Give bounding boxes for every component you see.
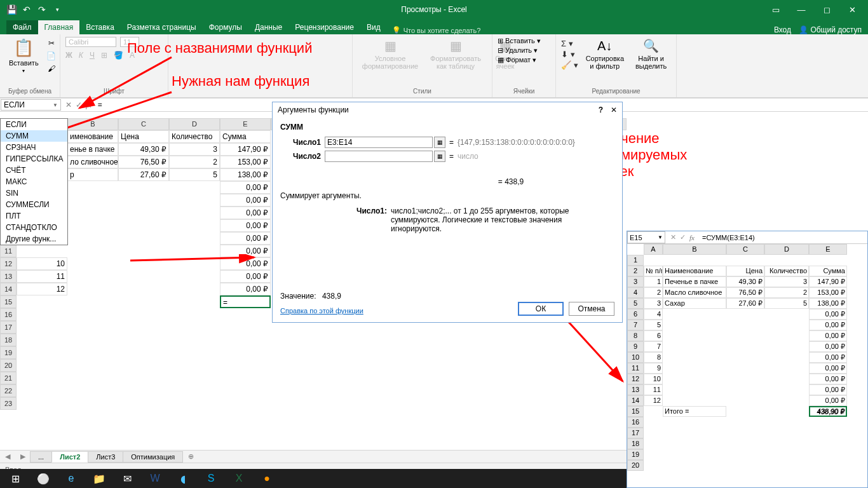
maximize-button[interactable]: ◻ (817, 0, 836, 19)
inset-cell[interactable]: 0,00 ₽ (809, 363, 847, 374)
tab-file[interactable]: Файл (6, 20, 38, 34)
inset-cell[interactable]: 153,00 ₽ (809, 287, 847, 298)
tab-data[interactable]: Данные (248, 20, 288, 34)
tab-insert[interactable]: Вставка (79, 20, 121, 34)
insert-cells-button[interactable]: ⊞ Вставить ▾ (498, 37, 550, 45)
cell[interactable]: енье в пачке (67, 143, 118, 156)
cell[interactable]: 2 (169, 156, 220, 168)
inset-cell[interactable]: Количество (764, 266, 809, 276)
tab-home[interactable]: Главная (38, 20, 80, 34)
start-button[interactable]: ⊞ (3, 469, 28, 488)
tab-view[interactable]: Вид (360, 20, 387, 34)
func-item-макс[interactable]: МАКС (1, 176, 67, 187)
sheet-tab-hidden[interactable]: ... (30, 451, 52, 463)
format-as-table-button[interactable]: ▦Форматировать как таблицу (426, 37, 485, 71)
number2-range-picker[interactable]: ▦ (434, 151, 445, 162)
inset-cell[interactable]: Сумма (809, 266, 847, 276)
word-icon[interactable]: W (142, 469, 168, 488)
sheet-nav-next[interactable]: ▶ (15, 452, 31, 461)
cut-icon[interactable]: ✂ (46, 38, 57, 48)
inset-name-box[interactable]: E15▼ (627, 231, 665, 243)
inset-cell[interactable]: 1 (644, 276, 663, 287)
inset-cell[interactable]: 0,00 ₽ (809, 384, 847, 395)
func-item-другие функ...[interactable]: Другие функ... (1, 233, 67, 245)
cell[interactable]: 0,00 ₽ (220, 270, 271, 283)
inset-cell[interactable]: 0,00 ₽ (809, 320, 847, 330)
redo-icon[interactable]: ↷ (37, 4, 47, 15)
inset-cell[interactable]: 11 (644, 384, 663, 395)
cell[interactable]: 0,00 ₽ (220, 245, 271, 257)
inset-cell[interactable]: 12 (644, 395, 663, 406)
cell[interactable]: 27,60 ₽ (118, 168, 169, 181)
inset-cell[interactable]: Цена (726, 266, 764, 276)
inset-cell[interactable]: 49,30 ₽ (726, 276, 764, 287)
firefox-icon[interactable]: ● (254, 469, 280, 488)
inset-cell[interactable]: Сахар (663, 298, 726, 309)
cell[interactable]: 49,30 ₽ (118, 143, 169, 156)
tab-formulas[interactable]: Формулы (203, 20, 248, 34)
cell[interactable]: 11 (17, 270, 67, 283)
inset-cell[interactable]: 0,00 ₽ (809, 374, 847, 384)
close-button[interactable]: ✕ (843, 0, 862, 19)
func-item-суммесли[interactable]: СУММЕСЛИ (1, 199, 67, 210)
mail-icon[interactable]: ✉ (114, 469, 140, 488)
tab-review[interactable]: Рецензирование (288, 20, 360, 34)
yandex-icon[interactable]: ⚪ (31, 469, 56, 488)
undo-icon[interactable]: ↶ (22, 4, 32, 15)
cancel-button[interactable]: Отмена (569, 302, 614, 316)
number1-input[interactable] (325, 137, 433, 148)
inset-cell[interactable]: 5 (644, 320, 663, 330)
sort-filter-button[interactable]: A↓Сортировка и фильтр (582, 37, 628, 71)
fill-color-icon[interactable]: 🪣 (114, 51, 123, 60)
inset-cell[interactable]: Печенье в пачке (663, 276, 726, 287)
copy-icon[interactable]: 📄 (46, 51, 57, 61)
excel-icon[interactable]: X (226, 469, 252, 488)
cell[interactable]: 0,00 ₽ (220, 194, 271, 207)
name-box[interactable]: ЕСЛИ▼ (1, 99, 61, 111)
inset-cell[interactable]: 2 (644, 287, 663, 298)
explorer-icon[interactable]: 📁 (86, 469, 112, 488)
tab-layout[interactable]: Разметка страницы (121, 20, 203, 34)
inset-cell[interactable]: 0,00 ₽ (809, 352, 847, 363)
qat-more-icon[interactable]: ▾ (52, 4, 62, 15)
inset-cell[interactable]: Итого = (663, 406, 726, 417)
inset-cell[interactable]: 2 (764, 287, 809, 298)
cancel-formula-icon[interactable]: ✕ (65, 100, 72, 109)
underline-button[interactable]: Ч (90, 51, 95, 60)
cell[interactable]: 5 (169, 168, 220, 181)
cell[interactable]: р (67, 168, 118, 181)
inset-cell[interactable]: 147,90 ₽ (809, 276, 847, 287)
func-item-срзнач[interactable]: СРЗНАЧ (1, 142, 67, 153)
ribbon-options-icon[interactable]: ▭ (766, 0, 785, 19)
inset-cell[interactable]: 76,50 ₽ (726, 287, 764, 298)
inset-cell[interactable]: 138,00 ₽ (809, 298, 847, 309)
italic-button[interactable]: К (79, 51, 83, 60)
accept-formula-icon[interactable]: ✓ (76, 100, 82, 109)
func-item-sin[interactable]: SIN (1, 187, 67, 199)
cell[interactable]: 0,00 ₽ (220, 181, 271, 194)
edge-icon[interactable]: e (58, 469, 84, 488)
minimize-button[interactable]: — (792, 0, 811, 19)
func-item-если[interactable]: ЕСЛИ (1, 119, 67, 130)
dialog-close-icon[interactable]: ✕ (611, 105, 617, 114)
inset-cell[interactable]: 4 (644, 309, 663, 320)
fx-icon[interactable]: fx (86, 100, 92, 110)
format-cells-button[interactable]: ▦ Формат ▾ (498, 56, 550, 64)
sheet-tab-opt[interactable]: Оптимизация (123, 451, 183, 463)
number2-input[interactable] (325, 151, 433, 162)
cell[interactable]: 153,00 ₽ (220, 156, 271, 168)
inset-cell[interactable]: Наименование (663, 266, 726, 276)
func-item-стандоткло[interactable]: СТАНДОТКЛО (1, 222, 67, 233)
save-icon[interactable]: 💾 (6, 4, 17, 15)
inset-cell[interactable]: 7 (644, 341, 663, 352)
cell[interactable]: Сумма (220, 130, 271, 143)
inset-cell[interactable]: 27,60 ₽ (726, 298, 764, 309)
autosum-icon[interactable]: Σ ▾ (561, 39, 578, 48)
cell[interactable]: Цена (118, 130, 169, 143)
fill-icon[interactable]: ⬇ ▾ (561, 50, 578, 59)
cell[interactable]: 0,00 ₽ (220, 257, 271, 270)
inset-cell[interactable]: 0,00 ₽ (809, 395, 847, 406)
inset-cell[interactable]: 438,90 ₽ (809, 406, 847, 417)
cell[interactable]: = (220, 295, 271, 308)
clear-icon[interactable]: 🧹 ▾ (561, 60, 578, 70)
